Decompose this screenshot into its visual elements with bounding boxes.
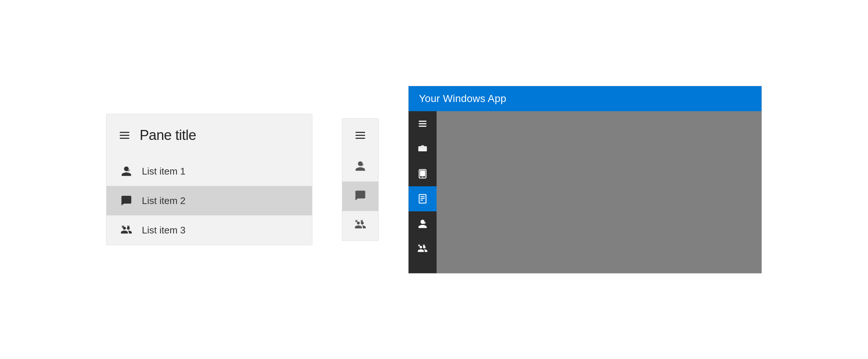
app-sidebar-chat[interactable] (409, 211, 437, 236)
app-content-area (437, 111, 762, 273)
page-icon (417, 194, 428, 204)
app-title: Your Windows App (419, 93, 506, 104)
chat-icon (120, 194, 133, 207)
app-title-bar: Your Windows App (409, 86, 762, 111)
person-icon (120, 165, 133, 178)
nav-item-list-item-1[interactable]: List item 1 (106, 156, 312, 186)
svg-rect-8 (419, 120, 427, 122)
compact-hamburger-button[interactable] (342, 119, 378, 152)
svg-rect-17 (420, 198, 425, 198)
svg-rect-18 (420, 200, 423, 200)
nav-item-2-label: List item 2 (142, 195, 186, 207)
svg-rect-16 (420, 196, 425, 197)
app-sidebar-people[interactable] (409, 236, 437, 261)
pane-title: Pane title (140, 127, 196, 143)
compact-person-icon (354, 160, 366, 173)
compact-nav-item-1[interactable] (342, 152, 378, 182)
hamburger-icon (417, 119, 428, 129)
inbox-icon (417, 144, 428, 154)
people-icon (120, 224, 133, 237)
expanded-nav-panel: Pane title List item 1 List item 2 (106, 114, 312, 245)
compact-nav-panel (342, 118, 379, 241)
nav-item-1-label: List item 1 (142, 166, 186, 177)
app-sidebar-hamburger[interactable] (409, 111, 437, 136)
compact-nav-item-3[interactable] (342, 211, 378, 240)
svg-point-14 (422, 177, 423, 177)
app-sidebar-inbox[interactable] (409, 136, 437, 161)
nav-item-list-item-2[interactable]: List item 2 (106, 186, 312, 215)
app-body (409, 111, 762, 273)
windows-app-panel: Your Windows App (408, 86, 762, 274)
compact-nav-item-2[interactable] (342, 182, 378, 211)
compact-hamburger-icon (356, 132, 365, 139)
svg-rect-9 (419, 123, 427, 124)
app-chat-icon (417, 219, 428, 229)
nav-header: Pane title (106, 114, 312, 156)
svg-rect-11 (418, 149, 427, 151)
app-sidebar-page[interactable] (409, 186, 437, 211)
svg-rect-13 (420, 170, 425, 176)
svg-rect-10 (419, 126, 427, 127)
app-sidebar (409, 111, 437, 273)
tablet-icon (417, 169, 428, 179)
compact-chat-icon (354, 190, 366, 203)
compact-people-icon (354, 219, 366, 232)
nav-item-list-item-3[interactable]: List item 3 (106, 215, 312, 245)
app-people-icon (417, 244, 428, 254)
app-sidebar-tablet[interactable] (409, 161, 437, 186)
hamburger-button[interactable] (120, 132, 129, 139)
nav-item-3-label: List item 3 (142, 225, 186, 236)
